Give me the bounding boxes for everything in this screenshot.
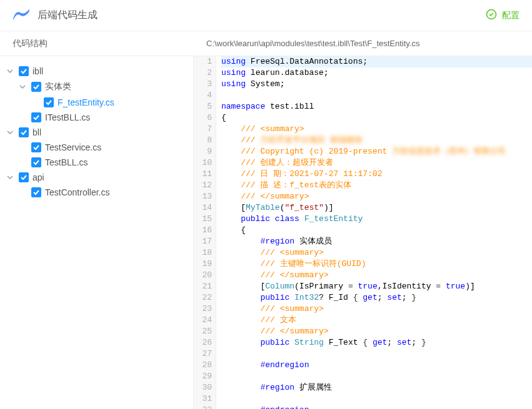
line-number: 27 (194, 348, 212, 360)
check-circle-icon (486, 9, 497, 22)
tree-node[interactable]: TestController.cs (5, 185, 188, 200)
checkbox[interactable] (31, 142, 41, 152)
line-number: 25 (194, 326, 212, 337)
line-number: 2 (194, 67, 212, 79)
checkbox[interactable] (19, 66, 29, 76)
code-line[interactable]: [Column(IsPrimary = true,IsIdentity = tr… (221, 281, 532, 292)
code-line[interactable]: /// </summary> (221, 326, 532, 337)
line-number: 32 (194, 405, 212, 409)
checkbox[interactable] (31, 157, 41, 167)
code-line[interactable] (221, 90, 532, 101)
code-line[interactable]: /// 描 述：f_test表的实体 (221, 180, 532, 191)
checkbox[interactable] (31, 112, 41, 122)
tree-label: bll (33, 127, 41, 137)
line-number: 14 (194, 202, 212, 214)
code-line[interactable]: /// 力软开发平台项目 前端模块 (221, 135, 532, 146)
checkbox[interactable] (19, 172, 29, 182)
tree-node[interactable]: TestBLL.cs (5, 155, 188, 170)
checkbox[interactable] (44, 97, 54, 107)
config-label: 配置 (502, 10, 519, 21)
tree-node[interactable]: ibll (5, 64, 188, 79)
tree-label: TestService.cs (45, 142, 101, 152)
tree-arrow-icon[interactable] (5, 172, 15, 182)
code-line[interactable]: #endregion (221, 360, 532, 371)
code-line[interactable]: #region 实体成员 (221, 236, 532, 247)
code-line[interactable]: using System; (221, 79, 532, 90)
line-number: 28 (194, 360, 212, 371)
code-line[interactable]: public class F_testEntity (221, 214, 532, 225)
line-number: 10 (194, 157, 212, 169)
tree-arrow-icon[interactable] (5, 127, 15, 137)
line-number: 4 (194, 90, 212, 101)
code-line[interactable]: public String F_Text { get; set; } (221, 337, 532, 348)
code-line[interactable]: /// </summary> (221, 191, 532, 202)
code-line[interactable]: { (221, 112, 532, 124)
line-number: 22 (194, 292, 212, 303)
code-line[interactable]: public Int32? F_Id { get; set; } (221, 292, 532, 303)
structure-label: 代码结构 (0, 31, 194, 56)
code-editor[interactable]: 1234567891011121314151617181920212223242… (194, 56, 532, 409)
checkbox[interactable] (31, 187, 41, 197)
page-title: 后端代码生成 (38, 9, 98, 22)
code-line[interactable] (221, 348, 532, 360)
code-line[interactable]: namespace test.ibll (221, 101, 532, 112)
line-number: 15 (194, 214, 212, 225)
line-number: 26 (194, 337, 212, 348)
config-button[interactable]: 配置 (486, 9, 519, 22)
tree-arrow-icon (30, 97, 40, 107)
tree-label: api (33, 172, 44, 182)
tree-arrow-icon (18, 112, 28, 122)
line-number: 18 (194, 247, 212, 259)
tree-node[interactable]: bll (5, 125, 188, 140)
code-line[interactable]: using learun.database; (221, 67, 532, 79)
tree-arrow-icon (18, 187, 28, 197)
code-line[interactable]: /// <summary> (221, 303, 532, 315)
line-number: 19 (194, 259, 212, 270)
tree-label: TestBLL.cs (45, 157, 88, 167)
tree-node[interactable]: F_testEntity.cs (5, 95, 188, 110)
line-number: 8 (194, 135, 212, 146)
code-line[interactable]: /// <summary> (221, 247, 532, 259)
tree-arrow-icon (18, 142, 28, 152)
tree-arrow-icon[interactable] (5, 66, 15, 76)
code-area[interactable]: using FreeSql.DataAnnotations;using lear… (216, 56, 532, 409)
logo-icon (13, 8, 30, 22)
tree-node[interactable]: ITestBLL.cs (5, 110, 188, 125)
sidebar-tree: ibll实体类F_testEntity.csITestBLL.csbllTest… (0, 56, 194, 409)
code-line[interactable]: /// 文本 (221, 315, 532, 326)
code-line[interactable]: [MyTable("f_test")] (221, 202, 532, 214)
header: 后端代码生成 配置 (0, 0, 532, 31)
tree-label: ibll (33, 66, 43, 76)
code-line[interactable]: /// </summary> (221, 270, 532, 281)
checkbox[interactable] (19, 127, 29, 137)
checkbox[interactable] (31, 82, 41, 92)
code-line[interactable]: { (221, 225, 532, 236)
code-line[interactable]: using FreeSql.DataAnnotations; (221, 56, 532, 67)
tree-label: ITestBLL.cs (45, 112, 90, 122)
line-number: 29 (194, 371, 212, 382)
line-number: 30 (194, 382, 212, 393)
tree-node[interactable]: api (5, 170, 188, 185)
code-line[interactable]: #endregion (221, 405, 532, 409)
line-number: 9 (194, 146, 212, 157)
code-line[interactable]: /// 日 期：2021-07-27 11:17:02 (221, 169, 532, 180)
line-number: 5 (194, 101, 212, 112)
line-number: 24 (194, 315, 212, 326)
line-number: 3 (194, 79, 212, 90)
tree-node[interactable]: TestService.cs (5, 140, 188, 155)
code-line[interactable]: /// 创建人：超级开发者 (221, 157, 532, 169)
code-line[interactable]: #region 扩展属性 (221, 382, 532, 393)
line-number: 13 (194, 191, 212, 202)
code-line[interactable]: /// <summary> (221, 124, 532, 135)
code-line[interactable] (221, 371, 532, 382)
tree-arrow-icon[interactable] (18, 82, 28, 92)
line-number: 23 (194, 303, 212, 315)
code-line[interactable] (221, 393, 532, 405)
line-number: 11 (194, 169, 212, 180)
code-line[interactable]: /// Copyright (c) 2019-present 力软信息技术（苏州… (221, 146, 532, 157)
line-number: 16 (194, 225, 212, 236)
code-line[interactable]: /// 主键唯一标识符(GUID) (221, 259, 532, 270)
tree-node[interactable]: 实体类 (5, 79, 188, 95)
line-number: 12 (194, 180, 212, 191)
line-number: 17 (194, 236, 212, 247)
